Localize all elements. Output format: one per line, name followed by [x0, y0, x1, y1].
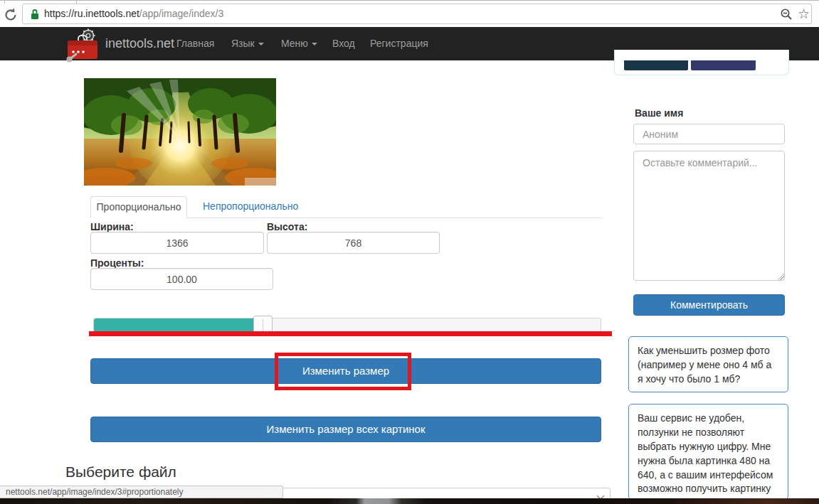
- comment-submit-button[interactable]: Комментировать: [633, 294, 785, 316]
- comment-item: Ваш сервис не удобен, ползунки не позвол…: [628, 404, 788, 500]
- brand-name[interactable]: inettools.net: [105, 27, 174, 60]
- width-label: Ширина:: [90, 221, 134, 232]
- textarea-resize-grip-icon[interactable]: [777, 273, 784, 280]
- url-origin: https://ru.inettools.net: [44, 8, 139, 19]
- page-bottom-image-strip: [0, 498, 819, 504]
- annotation-red-rectangle: [275, 353, 411, 390]
- nav-register[interactable]: Регистрация: [370, 27, 428, 60]
- resize-all-button[interactable]: Изменить размер всех картинок: [90, 417, 601, 442]
- choose-file-heading: Выберите файл: [65, 463, 176, 481]
- url-text: https://ru.inettools.net/app/image/index…: [44, 8, 223, 19]
- vk-share-button[interactable]: [624, 60, 688, 70]
- annotation-red-line: [89, 331, 612, 336]
- https-lock-icon: [31, 9, 39, 20]
- tab-proportional[interactable]: Пропорционально: [90, 196, 187, 218]
- image-preview-thumbnail: [84, 78, 276, 186]
- chevron-down-icon: [258, 43, 264, 45]
- nav-home[interactable]: Главная: [176, 27, 214, 60]
- name-input[interactable]: [633, 124, 785, 144]
- reload-icon[interactable]: [3, 7, 19, 23]
- comment-item: Как уменьшить розмер фото (например у ме…: [628, 336, 788, 392]
- height-input[interactable]: [267, 232, 440, 254]
- nav-login[interactable]: Вход: [332, 27, 355, 60]
- tab-nonproportional[interactable]: Непропорционально: [193, 196, 308, 218]
- facebook-share-button[interactable]: [691, 60, 756, 70]
- width-input[interactable]: [90, 232, 264, 254]
- resize-slider-track[interactable]: [93, 318, 601, 333]
- chevron-down-icon: [312, 43, 317, 45]
- height-label: Высота:: [267, 221, 307, 232]
- your-name-label: Ваше имя: [635, 107, 683, 119]
- chevron-down-icon: [596, 490, 605, 496]
- nav-menu-label: Меню: [281, 38, 308, 49]
- status-bar-link-preview: nettools.net/app/image/index/3#proportio…: [0, 486, 283, 498]
- url-path: /app/image/index/3: [139, 8, 223, 19]
- inettools-logo-icon[interactable]: [66, 28, 103, 63]
- nav-menu-dropdown[interactable]: Меню: [281, 27, 317, 60]
- zoom-out-icon[interactable]: [780, 8, 793, 21]
- nav-language-dropdown[interactable]: Язык: [231, 27, 264, 60]
- comment-textarea[interactable]: [633, 151, 785, 281]
- slider-fill: [94, 318, 256, 332]
- nav-language-label: Язык: [231, 38, 255, 49]
- bookmark-star-icon[interactable]: ☆: [798, 7, 811, 21]
- percent-input[interactable]: [90, 268, 273, 290]
- percent-label: Проценты:: [90, 257, 144, 269]
